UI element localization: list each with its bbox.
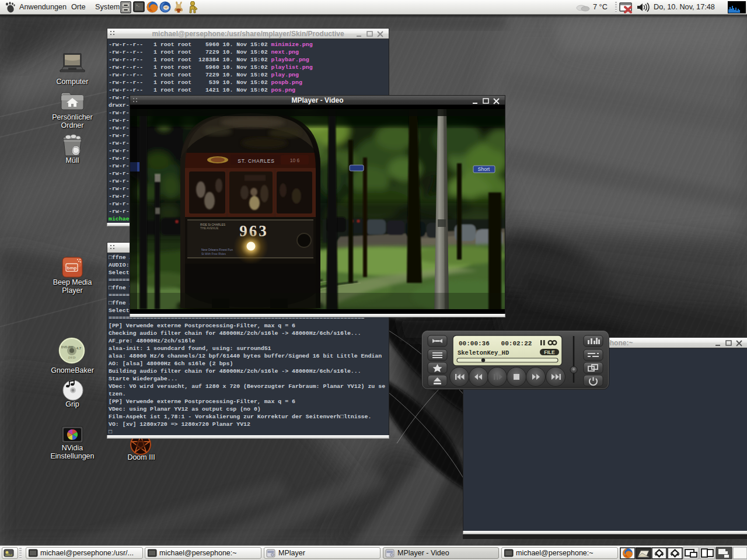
svg-text:FILE: FILE — [544, 349, 555, 355]
svg-text:10 6: 10 6 — [290, 158, 300, 163]
svg-text:St With Free Rides: St With Free Rides — [201, 252, 226, 256]
svg-text:SkeletonKey_HD: SkeletonKey_HD — [458, 349, 509, 356]
svg-text:Short: Short — [478, 166, 490, 172]
svg-text:4.7: 4.7 — [76, 346, 82, 350]
svg-text:DVD-RW: DVD-RW — [61, 345, 74, 349]
svg-text:THE AVENUE: THE AVENUE — [200, 226, 219, 230]
svg-text:DVD: DVD — [68, 356, 76, 359]
svg-text:ST. CHARLES: ST. CHARLES — [238, 158, 275, 164]
svg-text:bmp: bmp — [67, 265, 77, 271]
svg-text:00:00:36 00:02:22: 00:00:36 00:02:22 — [459, 340, 532, 347]
svg-text:New Orleans Finest Fun: New Orleans Finest Fun — [201, 248, 233, 251]
svg-text:>_: >_ — [136, 4, 140, 8]
